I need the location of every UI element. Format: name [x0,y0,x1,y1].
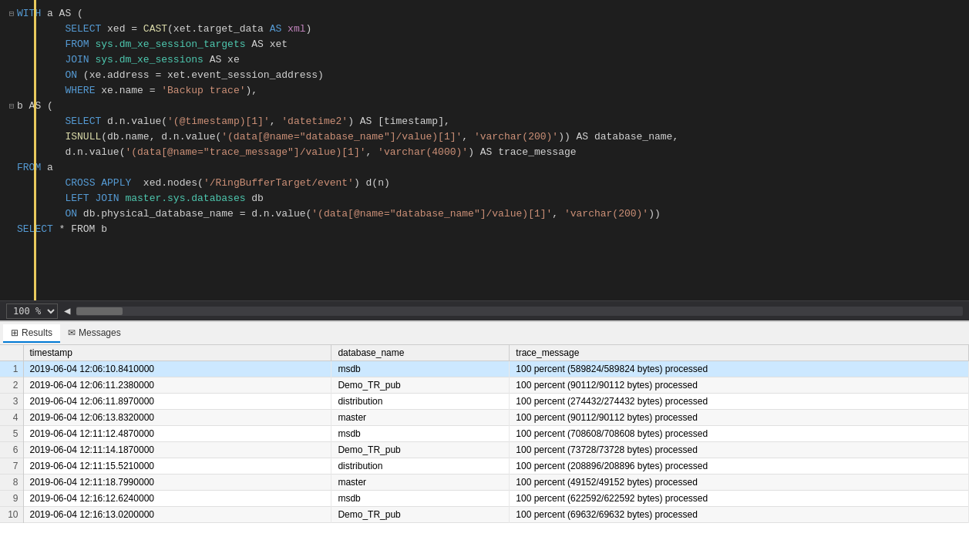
code-content: FROM a [17,160,963,176]
code-token: CROSS APPLY [65,177,131,189]
tab-label: Messages [79,327,121,338]
cell-trace_message: 100 percent (208896/208896 bytes) proces… [510,458,969,474]
fold-button[interactable]: ⊟ [6,6,17,22]
code-token: WHERE [65,85,95,96]
code-token: (db.name, d.n.value( [101,131,221,143]
row-number: 7 [0,458,23,474]
code-line: d.n.value('(data[@name="trace_message"]/… [0,145,969,160]
table-row[interactable]: 12019-06-04 12:06:10.8410000msdb100 perc… [0,361,969,377]
cell-timestamp: 2019-06-04 12:16:12.6240000 [23,491,331,507]
table-row[interactable]: 42019-06-04 12:06:13.8320000master100 pe… [0,410,969,426]
cell-database_name: master [331,474,510,491]
table-row[interactable]: 52019-06-04 12:11:12.4870000msdb100 perc… [0,426,969,442]
table-row[interactable]: 62019-06-04 12:11:14.1870000Demo_TR_pub1… [0,442,969,458]
code-token: ), [245,85,257,96]
code-token: sys.dm_xe_sessions [95,54,203,65]
cell-trace_message: 100 percent (49152/49152 bytes) processe… [510,474,969,491]
row-number: 3 [0,394,23,410]
code-line: ON db.physical_database_name = d.n.value… [0,206,969,222]
code-line: ⊟b AS ( [0,99,969,114]
code-token: ISNULL [65,131,101,143]
code-token: a AS ( [41,8,83,19]
cell-timestamp: 2019-06-04 12:11:18.7990000 [23,474,331,491]
code-token: , [270,116,282,127]
code-token: , [366,146,379,158]
table-row[interactable]: 72019-06-04 12:11:15.5210000distribution… [0,458,969,474]
results-tab-messages[interactable]: ✉Messages [60,324,129,343]
row-number: 2 [0,377,23,394]
cell-database_name: master [331,410,510,426]
results-tab-results[interactable]: ⊞Results [3,324,60,343]
code-line: CROSS APPLY xed.nodes('/RingBufferTarget… [0,176,969,191]
cell-timestamp: 2019-06-04 12:06:11.8970000 [23,394,331,410]
code-token: a [41,162,53,173]
code-token: xml [288,23,305,35]
code-token: '(data[@name="trace_message"]/value)[1]' [125,146,365,158]
code-content: d.n.value('(data[@name="trace_message"]/… [17,145,963,160]
code-line: WHERE xe.name = 'Backup trace'), [0,83,969,99]
code-line: SELECT d.n.value('(@timestamp)[1]', 'dat… [0,114,969,129]
scroll-left-btn[interactable]: ◀ [64,304,70,317]
row-number: 9 [0,491,23,507]
cell-trace_message: 100 percent (90112/90112 bytes) processe… [510,410,969,426]
table-row[interactable]: 82019-06-04 12:11:18.7990000master100 pe… [0,474,969,491]
tab-icon: ✉ [68,327,76,338]
cell-database_name: msdb [331,361,510,377]
yellow-indicator-bar [34,0,36,300]
cell-database_name: Demo_TR_pub [331,442,510,458]
code-content: LEFT JOIN master.sys.databases db [17,191,963,206]
code-token: CAST [143,23,167,35]
code-token: xed = [101,23,143,35]
fold-button[interactable]: ⊟ [6,99,17,114]
code-line: SELECT * FROM b [0,222,969,237]
row-number: 5 [0,426,23,442]
code-token: (xe.address = xet.event_session_address) [77,69,324,81]
code-token: SELECT [65,116,101,127]
code-token: '(data[@name="database_name"]/value)[1]' [311,208,552,220]
cell-timestamp: 2019-06-04 12:16:13.0200000 [23,507,331,523]
cell-database_name: Demo_TR_pub [331,377,510,394]
code-content: CROSS APPLY xed.nodes('/RingBufferTarget… [17,176,963,191]
code-token: d.n.value( [101,116,167,127]
code-line: LEFT JOIN master.sys.databases db [0,191,969,206]
table-row[interactable]: 102019-06-04 12:16:13.0200000Demo_TR_pub… [0,507,969,523]
column-header-trace_message: trace_message [510,345,969,361]
code-line: FROM a [0,160,969,176]
cell-trace_message: 100 percent (622592/622592 bytes) proces… [510,491,969,507]
table-row[interactable]: 92019-06-04 12:16:12.6240000msdb100 perc… [0,491,969,507]
code-content: ON db.physical_database_name = d.n.value… [17,206,963,222]
code-token: FROM [65,39,89,50]
results-panel: ⊞Results✉Messages timestampdatabase_name… [0,320,969,560]
row-number: 1 [0,361,23,377]
cell-timestamp: 2019-06-04 12:06:11.2380000 [23,377,331,394]
row-number: 6 [0,442,23,458]
code-token: db.physical_database_name = d.n.value( [77,208,311,220]
column-header-rownum [0,345,23,361]
code-content: ISNULL(db.name, d.n.value('(data[@name="… [17,129,963,145]
code-token: AS xet [246,39,288,50]
zoom-select[interactable]: 25 %50 %75 %100 %125 %150 %200 % [6,303,58,319]
column-header-database_name: database_name [331,345,510,361]
horizontal-scrollbar[interactable] [76,307,963,316]
code-token: ) AS [timestamp], [348,116,450,127]
code-content: WHERE xe.name = 'Backup trace'), [17,83,963,99]
results-table-wrap[interactable]: timestampdatabase_nametrace_message12019… [0,345,969,523]
code-token [281,23,288,35]
table-row[interactable]: 22019-06-04 12:06:11.2380000Demo_TR_pub1… [0,377,969,394]
main-container: ⊟WITH a AS ( SELECT xed = CAST(xet.targe… [0,0,969,560]
cell-trace_message: 100 percent (589824/589824 bytes) proces… [510,361,969,377]
code-content: SELECT * FROM b [17,222,963,237]
code-token: , [462,131,474,143]
code-token: ) [306,23,312,35]
code-token: LEFT JOIN [65,193,119,204]
code-content: SELECT xed = CAST(xet.target_data AS xml… [17,22,963,37]
row-number: 4 [0,410,23,426]
code-editor[interactable]: ⊟WITH a AS ( SELECT xed = CAST(xet.targe… [0,6,969,237]
code-token: 'varchar(4000)' [378,146,468,158]
scrollbar-thumb [76,307,123,315]
code-token: , [552,208,564,220]
column-header-timestamp: timestamp [23,345,331,361]
table-row[interactable]: 32019-06-04 12:06:11.8970000distribution… [0,394,969,410]
results-table: timestampdatabase_nametrace_message12019… [0,345,969,523]
code-line: ⊟WITH a AS ( [0,6,969,22]
